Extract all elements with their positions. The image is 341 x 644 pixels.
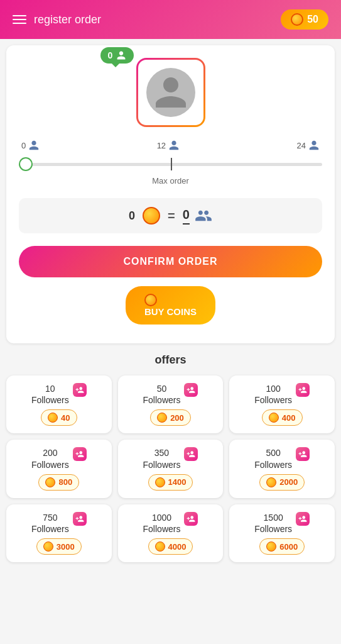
offer-price: 6000 xyxy=(259,538,305,555)
offer-label: Followers xyxy=(31,459,69,470)
followers-icon xyxy=(195,207,212,225)
avatar-section: 0 xyxy=(19,58,322,127)
coin-count: 50 xyxy=(307,14,318,25)
eq-result: 0 xyxy=(183,207,212,225)
offer-card[interactable]: 100 Followers 400 xyxy=(229,375,335,433)
offer-label: Followers xyxy=(31,394,69,406)
offer-price: 200 xyxy=(150,409,191,426)
slider-min-value: 0 xyxy=(21,141,26,150)
coin-balance-badge[interactable]: 50 xyxy=(281,9,328,30)
offer-card[interactable]: 200 Followers 800 xyxy=(6,440,112,497)
app-header: register order 50 xyxy=(0,0,341,39)
eq-equals-sign: = xyxy=(168,209,175,223)
offer-add-icon xyxy=(296,512,310,526)
offer-header: 500 Followers xyxy=(235,447,328,470)
offer-card[interactable]: 500 Followers 2000 xyxy=(229,440,335,497)
offer-price-text: 1400 xyxy=(168,477,187,487)
offer-price: 1400 xyxy=(148,474,193,491)
offer-add-icon xyxy=(184,447,198,461)
offer-add-icon xyxy=(296,447,310,461)
add-person-icon xyxy=(298,514,307,523)
offer-card[interactable]: 1000 Followers 4000 xyxy=(118,504,224,562)
slider-mid-label: 12 xyxy=(157,140,180,151)
slider-thumb[interactable] xyxy=(19,157,33,171)
eq-left-value: 0 xyxy=(129,209,135,223)
add-person-icon xyxy=(75,514,84,523)
slider-section: 0 12 24 M xyxy=(19,140,322,186)
buy-coins-button[interactable]: BUY COINS xyxy=(126,286,215,325)
buy-coins-wrapper: BUY COINS xyxy=(19,286,322,325)
offer-header: 200 Followers xyxy=(13,447,106,470)
coin-icon xyxy=(291,13,303,26)
offer-coin-icon xyxy=(155,541,165,552)
offer-coin-icon xyxy=(266,541,276,552)
offer-price: 40 xyxy=(41,409,77,426)
tooltip-value: 0 xyxy=(108,50,113,60)
offer-header: 750 Followers xyxy=(13,512,106,535)
offer-followers-text: 10 Followers xyxy=(31,383,69,406)
coin-icon-medium xyxy=(143,207,160,225)
add-person-icon xyxy=(187,386,195,394)
offer-label: Followers xyxy=(31,523,69,535)
slider-track-container[interactable] xyxy=(19,155,322,174)
slider-min-label: 0 xyxy=(21,140,40,151)
offers-grid: 10 Followers 40 50 Followers xyxy=(6,375,335,562)
slider-labels: 0 12 24 xyxy=(19,140,322,151)
offer-card[interactable]: 350 Followers 1400 xyxy=(118,440,224,497)
offer-count: 100 xyxy=(254,383,292,394)
offer-coin-icon xyxy=(155,477,165,487)
main-card: 0 0 12 xyxy=(6,45,335,343)
page-title: register order xyxy=(34,13,101,26)
offer-card[interactable]: 10 Followers 40 xyxy=(6,375,112,433)
tooltip-bubble: 0 xyxy=(100,47,134,64)
offer-header: 1000 Followers xyxy=(124,512,217,535)
offer-card[interactable]: 1500 Followers 6000 xyxy=(229,504,335,562)
menu-button[interactable] xyxy=(13,15,26,24)
offer-card[interactable]: 750 Followers 3000 xyxy=(6,504,112,562)
offer-price-text: 40 xyxy=(61,413,70,423)
offer-card[interactable]: 50 Followers 200 xyxy=(118,375,224,433)
offer-price-text: 4000 xyxy=(168,542,187,552)
offer-count: 1000 xyxy=(143,512,181,523)
offer-count: 10 xyxy=(31,383,69,394)
offer-label: Followers xyxy=(254,394,292,406)
offer-followers-text: 1000 Followers xyxy=(143,512,181,535)
slider-max-label: 24 xyxy=(297,140,320,151)
offers-section: offers 10 Followers 40 50 Followers xyxy=(6,353,335,562)
offer-followers-text: 350 Followers xyxy=(143,447,181,470)
offer-label: Followers xyxy=(143,394,181,406)
offer-label: Followers xyxy=(143,459,181,470)
offer-price: 800 xyxy=(38,474,79,491)
add-person-icon xyxy=(298,450,307,458)
offer-price-text: 400 xyxy=(282,413,296,423)
confirm-order-button[interactable]: CONFIRM ORDER xyxy=(19,246,322,277)
offer-header: 50 Followers xyxy=(124,383,217,406)
offer-coin-icon xyxy=(45,477,55,487)
offer-price-text: 2000 xyxy=(279,477,298,487)
offer-followers-text: 750 Followers xyxy=(31,512,69,535)
offer-price: 400 xyxy=(262,409,303,426)
offer-followers-text: 100 Followers xyxy=(254,383,292,406)
add-person-icon xyxy=(75,450,84,458)
offer-followers-text: 200 Followers xyxy=(31,447,69,470)
coin-icon-btn xyxy=(144,294,157,306)
offer-coin-icon xyxy=(269,413,279,423)
offer-add-icon xyxy=(73,383,87,397)
offer-count: 50 xyxy=(143,383,181,394)
offer-price-text: 800 xyxy=(58,477,72,487)
slider-track xyxy=(19,163,322,166)
offer-price: 4000 xyxy=(148,538,193,555)
add-person-icon xyxy=(298,386,307,394)
eq-right-value: 0 xyxy=(183,208,190,225)
offers-title: offers xyxy=(6,353,335,367)
offer-count: 500 xyxy=(254,447,292,458)
offer-add-icon xyxy=(184,512,198,526)
offer-count: 350 xyxy=(143,447,181,458)
offer-header: 100 Followers xyxy=(235,383,328,406)
offer-add-icon xyxy=(73,447,87,461)
offer-followers-text: 500 Followers xyxy=(254,447,292,470)
offer-coin-icon xyxy=(157,413,167,423)
offer-add-icon xyxy=(296,383,310,397)
slider-max-value: 24 xyxy=(297,141,306,150)
offer-header: 350 Followers xyxy=(124,447,217,470)
